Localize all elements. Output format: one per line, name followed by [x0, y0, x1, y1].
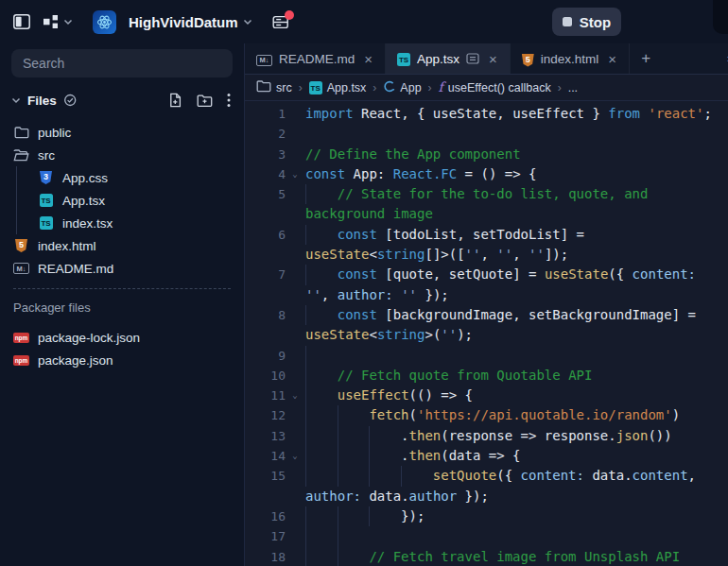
workspace-grid-icon: [43, 14, 59, 29]
fold-slot: [287, 285, 303, 305]
breadcrumb-item[interactable]: App: [383, 80, 421, 95]
workspace-layout-menu[interactable]: [43, 14, 73, 29]
tab-close-icon[interactable]: ×: [605, 52, 619, 66]
file-tree-item-public[interactable]: public: [0, 121, 244, 144]
new-folder-icon[interactable]: [197, 94, 213, 108]
app-avatar[interactable]: [93, 10, 116, 34]
fold-slot: [287, 366, 303, 386]
tab-index-html[interactable]: 5index.html×: [511, 43, 630, 74]
code-line-13[interactable]: 13.then(response => response.json()): [245, 426, 728, 446]
fold-slot: [287, 506, 303, 526]
code-line-10[interactable]: 10// Fetch quote from Quotable API: [245, 366, 728, 386]
fold-slot: [287, 145, 303, 164]
app-title-menu[interactable]: HighVividDatum: [129, 14, 252, 30]
tab-bar: M↓README.md×TSApp.tsx×5index.html×+›: [245, 43, 728, 75]
fold-chevron-icon[interactable]: ⌄: [287, 446, 303, 466]
packager-item-package-lock-json[interactable]: npmpackage-lock.json: [0, 326, 244, 349]
code-line-16[interactable]: 16});: [245, 506, 728, 526]
chevron-down-icon: [63, 19, 73, 26]
packager-item-package-json[interactable]: npmpackage.json: [0, 349, 244, 371]
file-label: App.css: [62, 171, 108, 185]
breadcrumb-item[interactable]: fuseEffect() callback: [439, 80, 551, 94]
code-line-14[interactable]: 14⌄.then(data => {: [245, 446, 728, 466]
indent-guide: [338, 405, 370, 425]
indent-guide: [369, 446, 401, 466]
code-line-4[interactable]: 4⌄const App: React.FC = () => {: [245, 164, 728, 184]
indent-guide: [305, 265, 338, 284]
fold-slot: [287, 104, 303, 124]
notifications-button[interactable]: [272, 14, 289, 30]
file-info-icon[interactable]: [466, 53, 479, 64]
line-number: [245, 204, 287, 224]
indent-guide: [305, 184, 338, 204]
code-line-18[interactable]: 18// Fetch travel image from Unsplash AP…: [245, 547, 728, 566]
fold-slot: [287, 526, 303, 546]
fold-slot: [287, 305, 303, 325]
tab-close-icon[interactable]: ×: [486, 52, 500, 66]
code-line-11[interactable]: 11⌄useEffect(() => {: [245, 386, 728, 405]
fold-slot: [287, 265, 303, 284]
breadcrumb-item[interactable]: ...: [568, 81, 578, 94]
tab-close-icon[interactable]: ×: [361, 52, 375, 66]
tab-label: index.html: [541, 52, 599, 66]
code-line-2[interactable]: 2: [245, 124, 728, 144]
fold-chevron-icon[interactable]: ⌄: [287, 164, 303, 184]
file-tree-item-readme-md[interactable]: M↓README.md: [0, 257, 244, 280]
top-bar: HighVividDatum Stop: [0, 0, 728, 43]
component-icon: [383, 80, 395, 95]
code-line-wrap[interactable]: author: data.author });: [245, 487, 728, 506]
line-number: 16: [245, 506, 287, 526]
sidebar-toggle-icon[interactable]: [13, 14, 30, 29]
code-line-12[interactable]: 12fetch('https://api.quotable.io/random'…: [245, 405, 728, 425]
code-line-7[interactable]: 7const [quote, setQuote] = useState({ co…: [245, 265, 728, 284]
line-number: [245, 245, 287, 265]
indent-guide: [305, 305, 338, 325]
chevron-down-icon[interactable]: [11, 97, 21, 104]
code-line-wrap[interactable]: background image: [245, 204, 728, 224]
code-text: // Fetch travel image from Unsplash API: [305, 547, 680, 566]
code-line-5[interactable]: 5// State for the to-do list, quote, and: [245, 184, 728, 204]
tab-readme-md[interactable]: M↓README.md×: [245, 43, 386, 74]
stop-button[interactable]: Stop: [552, 8, 621, 36]
tab-app-tsx[interactable]: TSApp.tsx×: [386, 43, 511, 74]
code-line-wrap[interactable]: useState<string[]>(['', '', '']);: [245, 245, 728, 265]
breadcrumb-label: src: [276, 81, 292, 94]
kebab-menu-icon[interactable]: [227, 93, 231, 108]
code-line-8[interactable]: 8const [backgroundImage, setBackgroundIm…: [245, 305, 728, 325]
file-label: public: [38, 126, 71, 140]
search-input[interactable]: [11, 49, 233, 77]
code-line-wrap[interactable]: '', author: '' });: [245, 285, 728, 305]
file-tree-item-app-css[interactable]: 3App.css: [0, 166, 244, 189]
code-line-9[interactable]: 9: [245, 346, 728, 366]
packager-file-list: npmpackage-lock.jsonnpmpackage.json: [0, 326, 244, 371]
indent-guide: [305, 426, 338, 446]
breadcrumb-separator: ›: [558, 81, 562, 94]
code-line-6[interactable]: 6const [todoList, setTodoList] =: [245, 225, 728, 245]
code-text: background image: [305, 204, 433, 224]
line-number: [245, 285, 287, 305]
code-line-17[interactable]: 17: [245, 526, 728, 546]
code-line-wrap[interactable]: useState<string>('');: [245, 325, 728, 345]
code-editor[interactable]: 1import React, { useState, useEffect } f…: [245, 101, 728, 566]
file-tree-item-index-html[interactable]: 5index.html: [0, 234, 244, 257]
code-line-3[interactable]: 3// Define the App component: [245, 145, 728, 164]
indent-guide: [338, 466, 370, 486]
line-number: 9: [245, 346, 287, 366]
new-tab-button[interactable]: +: [630, 43, 662, 74]
file-tree-item-index-tsx[interactable]: TSindex.tsx: [0, 212, 244, 234]
new-file-icon[interactable]: [168, 93, 182, 108]
breadcrumb-label: App: [400, 81, 421, 94]
breadcrumb-item[interactable]: src: [256, 79, 292, 95]
indent-guide: [369, 466, 401, 486]
breadcrumb-item[interactable]: TSApp.tsx: [309, 80, 367, 95]
fold-chevron-icon[interactable]: ⌄: [287, 386, 303, 405]
code-text: const [todoList, setTodoList] =: [305, 225, 584, 245]
code-text: author: data.author });: [305, 487, 489, 506]
npm-icon: npm: [13, 333, 29, 343]
file-tree-item-app-tsx[interactable]: TSApp.tsx: [0, 189, 244, 212]
fold-slot: [287, 466, 303, 486]
code-line-1[interactable]: 1import React, { useState, useEffect } f…: [245, 104, 728, 124]
code-line-15[interactable]: 15setQuote({ content: data.content,: [245, 466, 728, 486]
replit-workspace: { "colors": { "kw": "#4d9ed7", "pl": "#e…: [0, 0, 728, 566]
file-tree-item-src[interactable]: src: [0, 144, 244, 166]
